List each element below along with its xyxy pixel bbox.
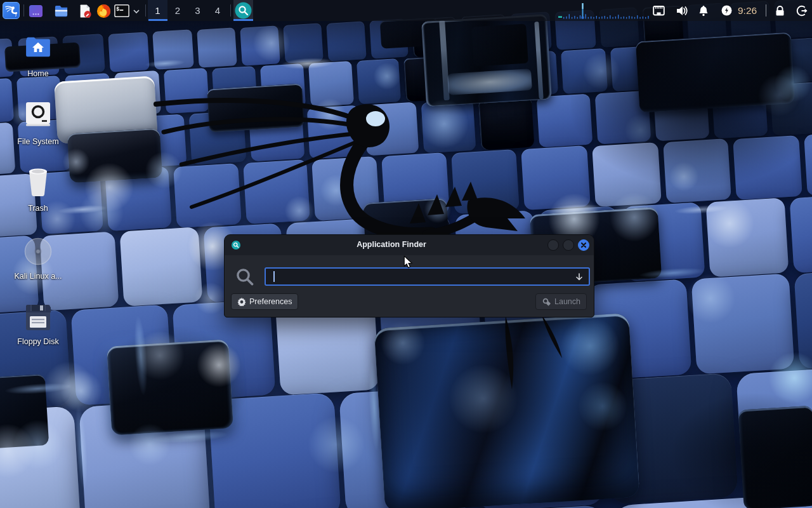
svg-text:$: $ [116, 6, 119, 12]
